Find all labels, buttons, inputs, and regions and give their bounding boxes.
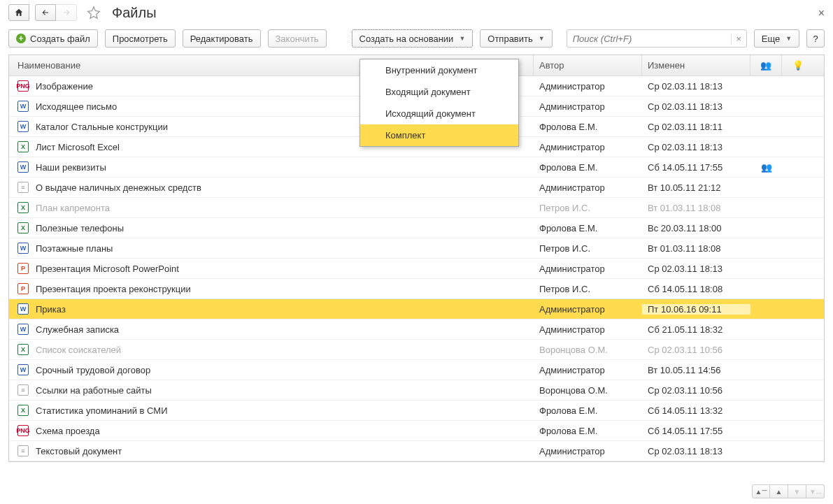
file-name: Презентация проекта реконструкции bbox=[36, 284, 191, 294]
scroll-down-button[interactable]: ▼ bbox=[788, 484, 806, 498]
create-file-button[interactable]: + Создать файл bbox=[8, 29, 98, 48]
file-date: Ср 02.03.11 18:13 bbox=[642, 264, 750, 274]
file-date: Ср 02.03.11 18:13 bbox=[642, 81, 750, 92]
file-name: О выдаче наличных денежных средств bbox=[36, 182, 201, 193]
file-author: Администратор bbox=[534, 304, 642, 315]
table-row[interactable]: PПрезентация Microsoft PowerPointАдминис… bbox=[9, 259, 824, 279]
file-author: Администратор bbox=[534, 446, 642, 456]
table-row[interactable]: ≡Текстовый документАдминистраторСр 02.03… bbox=[9, 441, 824, 461]
finish-button[interactable]: Закончить bbox=[268, 29, 327, 48]
file-name: Поэтажные планы bbox=[36, 243, 113, 254]
file-date: Вт 10.05.11 14:56 bbox=[642, 365, 750, 375]
dropdown-item[interactable]: Внутренний документ bbox=[360, 59, 518, 81]
file-author: Воронцова О.М. bbox=[534, 345, 642, 355]
file-date: Сб 14.05.11 17:55 bbox=[642, 162, 750, 173]
file-name: Каталог Стальные конструкции bbox=[36, 122, 168, 132]
home-button[interactable] bbox=[8, 4, 29, 21]
nav-back-forward bbox=[35, 4, 77, 21]
file-date: Ср 02.03.11 18:13 bbox=[642, 101, 750, 112]
favorite-star-icon[interactable] bbox=[87, 6, 101, 20]
file-date: Ср 02.03.11 10:56 bbox=[642, 385, 750, 396]
forward-button bbox=[56, 4, 77, 21]
top-bar: Файлы × bbox=[0, 0, 833, 25]
search-field[interactable]: × bbox=[567, 29, 747, 48]
doc-file-icon: W bbox=[17, 243, 29, 254]
search-clear-button[interactable]: × bbox=[731, 34, 746, 44]
file-name: Служебная записка bbox=[36, 324, 119, 335]
png-file-icon: PNG bbox=[17, 80, 29, 92]
xls-file-icon: X bbox=[17, 405, 29, 416]
table-row[interactable]: PПрезентация проекта реконструкцииПетров… bbox=[9, 279, 824, 299]
scroll-bottom-button[interactable]: ▼─ bbox=[806, 484, 825, 498]
column-header-changed[interactable]: Изменен bbox=[642, 55, 750, 75]
bulb-icon: 💡 bbox=[792, 60, 804, 71]
xls-file-icon: X bbox=[17, 202, 29, 213]
file-name: Презентация Microsoft PowerPoint bbox=[36, 264, 179, 274]
dropdown-item[interactable]: Комплект bbox=[360, 124, 518, 146]
close-button[interactable]: × bbox=[818, 7, 825, 20]
create-based-on-dropdown: Внутренний документВходящий документИсхо… bbox=[359, 59, 519, 147]
png-file-icon: PNG bbox=[17, 425, 29, 436]
signed-icon: 👥 bbox=[761, 162, 772, 173]
table-row[interactable]: WПоэтажные планыПетров И.С.Вт 01.03.11 1… bbox=[9, 238, 824, 259]
xls-file-icon: X bbox=[17, 344, 29, 355]
file-author: Петров И.С. bbox=[534, 243, 642, 254]
search-input[interactable] bbox=[567, 34, 731, 44]
file-author: Фролова Е.М. bbox=[534, 122, 642, 132]
table-row[interactable]: ≡Ссылки на работные сайтыВоронцова О.М.С… bbox=[9, 380, 824, 401]
scroll-top-button[interactable]: ▲─ bbox=[752, 484, 770, 498]
table-row[interactable]: WСлужебная запискаАдминистраторСб 21.05.… bbox=[9, 319, 824, 340]
help-button[interactable]: ? bbox=[806, 29, 825, 48]
people-icon: 👥 bbox=[760, 60, 771, 71]
file-author: Петров И.С. bbox=[534, 203, 642, 213]
more-button[interactable]: Еще ▼ bbox=[754, 29, 799, 48]
plus-icon: + bbox=[16, 34, 26, 43]
txt-file-icon: ≡ bbox=[17, 182, 29, 193]
caret-down-icon: ▼ bbox=[785, 35, 792, 42]
file-name: Лист Microsoft Excel bbox=[36, 142, 120, 152]
table-row[interactable]: XПлан капремонтаПетров И.С.Вт 01.03.11 1… bbox=[9, 198, 824, 218]
table-row[interactable]: ≡О выдаче наличных денежных средствАдмин… bbox=[9, 178, 824, 198]
file-author: Администратор bbox=[534, 264, 642, 274]
table-row[interactable]: XПолезные телефоныФролова Е.М.Вс 20.03.1… bbox=[9, 218, 824, 238]
file-name: План капремонта bbox=[36, 203, 110, 213]
doc-file-icon: W bbox=[17, 364, 29, 375]
column-header-author[interactable]: Автор bbox=[534, 55, 642, 75]
table-row[interactable]: WСрочный трудовой договорАдминистраторВт… bbox=[9, 360, 824, 380]
doc-file-icon: W bbox=[17, 324, 29, 335]
file-name: Исходящее письмо bbox=[36, 101, 117, 112]
file-author: Администратор bbox=[534, 365, 642, 375]
send-button[interactable]: Отправить ▼ bbox=[480, 29, 552, 48]
file-author: Фролова Е.М. bbox=[534, 223, 642, 233]
file-date: Ср 02.03.11 18:13 bbox=[642, 446, 750, 456]
file-name: Срочный трудовой договор bbox=[36, 365, 150, 375]
file-author: Фролова Е.М. bbox=[534, 426, 642, 436]
table-row[interactable]: XСписок соискателейВоронцова О.М.Ср 02.0… bbox=[9, 340, 824, 360]
file-author: Воронцова О.М. bbox=[534, 385, 642, 396]
file-date: Сб 14.05.11 13:32 bbox=[642, 405, 750, 416]
file-author: Администратор bbox=[534, 324, 642, 335]
file-author: Фролова Е.М. bbox=[534, 405, 642, 416]
file-author: Администратор bbox=[534, 81, 642, 92]
column-header-signed[interactable]: 👥 bbox=[750, 55, 782, 75]
file-name: Список соискателей bbox=[36, 345, 121, 355]
table-row[interactable]: PNGСхема проездаФролова Е.М.Сб 14.05.11 … bbox=[9, 421, 824, 441]
caret-down-icon: ▼ bbox=[539, 35, 545, 42]
column-header-encrypted[interactable]: 💡 bbox=[782, 55, 813, 75]
toolbar: + Создать файл Просмотреть Редактировать… bbox=[0, 25, 833, 52]
file-name: Изображение bbox=[36, 81, 93, 92]
dropdown-item[interactable]: Входящий документ bbox=[360, 81, 518, 103]
table-row[interactable]: XСтатистика упоминаний в СМИФролова Е.М.… bbox=[9, 401, 824, 421]
view-button[interactable]: Просмотреть bbox=[105, 29, 176, 48]
doc-file-icon: W bbox=[17, 101, 29, 112]
table-row[interactable]: WНаши реквизитыФролова Е.М.Сб 14.05.11 1… bbox=[9, 157, 824, 178]
edit-button[interactable]: Редактировать bbox=[183, 29, 261, 48]
dropdown-item[interactable]: Исходящий документ bbox=[360, 103, 518, 124]
doc-file-icon: W bbox=[17, 161, 29, 173]
table-row[interactable]: WПриказАдминистраторПт 10.06.16 09:11 bbox=[9, 299, 824, 319]
back-button[interactable] bbox=[35, 4, 56, 21]
caret-down-icon: ▼ bbox=[459, 35, 465, 42]
txt-file-icon: ≡ bbox=[17, 445, 29, 456]
create-based-on-button[interactable]: Создать на основании ▼ bbox=[352, 29, 474, 48]
scroll-up-button[interactable]: ▲ bbox=[770, 484, 788, 498]
